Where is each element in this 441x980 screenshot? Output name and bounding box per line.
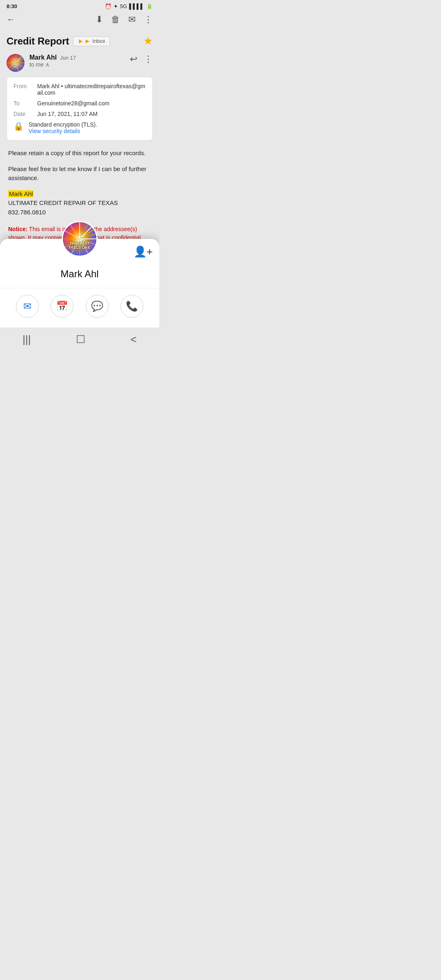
phone-action-circle: 📞 bbox=[120, 295, 143, 318]
body-paragraph-1: Please retain a copy of this report for … bbox=[8, 149, 151, 158]
sender-info: Mark Ahl Jun 17 to me ∧ bbox=[29, 54, 125, 68]
signal-icon: ▌▌▌▌ bbox=[129, 3, 144, 9]
svg-line-20 bbox=[69, 222, 80, 239]
email-action-circle: ✉ bbox=[16, 295, 39, 318]
star-button[interactable]: ★ bbox=[143, 35, 153, 47]
back-button[interactable]: ← bbox=[7, 14, 16, 25]
svg-line-19 bbox=[63, 230, 80, 239]
navigation-bar: ||| ☐ < bbox=[0, 327, 159, 354]
status-icons: ⏰ ✦ 5G ▌▌▌▌ 🔋 bbox=[105, 3, 153, 9]
bluetooth-icon: ✦ bbox=[114, 3, 118, 9]
sender-actions: ↩ ⋮ bbox=[130, 54, 153, 65]
to-value: Genuinetoine28@gmail.com bbox=[37, 100, 109, 107]
signature-block: Mark Ahl ULTIMATE CREDIT REPAIR OF TEXAS… bbox=[8, 189, 151, 217]
alarm-icon: ⏰ bbox=[105, 3, 111, 9]
calendar-action-circle: 📅 bbox=[51, 295, 74, 318]
email-subject: Credit Report bbox=[7, 36, 69, 47]
popup-phone-button[interactable]: 📞 bbox=[120, 295, 143, 318]
sender-name-row: Mark Ahl Jun 17 bbox=[29, 54, 125, 61]
reply-button[interactable]: ↩ bbox=[130, 54, 137, 65]
popup-contact-name: Mark Ahl bbox=[0, 268, 159, 288]
popup-actions: ✉ 📅 💬 📞 bbox=[0, 288, 159, 327]
status-time: 8:30 bbox=[7, 3, 17, 9]
email-details-card: From Mark Ahl • ultimatecreditrepairofte… bbox=[7, 77, 153, 140]
delete-button[interactable]: 🗑 bbox=[111, 14, 120, 25]
encryption-text: Standard encryption (TLS). bbox=[29, 121, 97, 128]
sender-avatar[interactable]: THAT FASTFEELS LIKE bbox=[7, 54, 24, 72]
popup-email-button[interactable]: ✉ bbox=[16, 295, 39, 318]
priority-icon: ►► bbox=[78, 38, 91, 45]
email-action-icon: ✉ bbox=[23, 301, 31, 312]
home-button[interactable]: ☐ bbox=[76, 333, 85, 346]
back-nav-button[interactable]: < bbox=[131, 333, 137, 346]
popup-avatar-bg bbox=[63, 222, 96, 256]
phone-action-icon: 📞 bbox=[126, 301, 138, 312]
sender-date: Jun 17 bbox=[60, 55, 76, 61]
toolbar-right: ⬇︎ 🗑 ✉ ⋮ bbox=[96, 14, 153, 25]
network-icon: 5G bbox=[120, 3, 127, 9]
from-value: Mark Ahl • ultimatecreditrepairoftexas@g… bbox=[37, 83, 146, 96]
more-options-button[interactable]: ⋮ bbox=[144, 14, 153, 25]
popup-chat-button[interactable]: 💬 bbox=[86, 295, 109, 318]
contact-popup: THAT FASTFEELS LIKE 👤+ Mark Ahl ✉ 📅 💬 📞 bbox=[0, 239, 159, 354]
add-contact-button[interactable]: 👤+ bbox=[134, 245, 153, 258]
to-label: to me bbox=[29, 61, 44, 68]
security-row: 🔒 Standard encryption (TLS). View securi… bbox=[13, 121, 146, 134]
svg-line-10 bbox=[80, 228, 96, 239]
expand-icon[interactable]: ∧ bbox=[45, 61, 49, 68]
date-row: Date Jun 17, 2021, 11:07 AM bbox=[13, 111, 146, 117]
to-detail-label: To bbox=[13, 100, 31, 107]
chat-action-circle: 💬 bbox=[86, 295, 109, 318]
company-name: ULTIMATE CREDIT REPAIR OF TEXAS bbox=[8, 199, 118, 206]
avatar-text: THAT FASTFEELS LIKE bbox=[11, 58, 20, 68]
lock-icon: 🔒 bbox=[13, 121, 24, 131]
sender-to: to me ∧ bbox=[29, 61, 125, 68]
battery-icon: 🔋 bbox=[146, 3, 153, 9]
recents-button[interactable]: ||| bbox=[22, 333, 31, 346]
phone-number: 832.786.0810 bbox=[8, 209, 46, 216]
mark-email-button[interactable]: ✉ bbox=[128, 14, 136, 25]
status-bar: 8:30 ⏰ ✦ 5G ▌▌▌▌ 🔋 bbox=[0, 0, 159, 11]
archive-button[interactable]: ⬇︎ bbox=[96, 14, 103, 25]
subject-row: Credit Report ►► Inbox ★ bbox=[7, 35, 153, 47]
toolbar-left: ← bbox=[7, 14, 16, 25]
highlighted-name: Mark Ahl bbox=[8, 190, 33, 197]
security-info: Standard encryption (TLS). View security… bbox=[29, 121, 97, 134]
from-label: From bbox=[13, 83, 31, 96]
from-row: From Mark Ahl • ultimatecreditrepairofte… bbox=[13, 83, 146, 96]
email-toolbar: ← ⬇︎ 🗑 ✉ ⋮ bbox=[0, 11, 159, 28]
inbox-badge: ►► Inbox bbox=[73, 36, 109, 46]
popup-calendar-button[interactable]: 📅 bbox=[51, 295, 74, 318]
popup-avatar-wrapper: THAT FASTFEELS LIKE bbox=[62, 221, 98, 257]
sender-name: Mark Ahl bbox=[29, 54, 57, 61]
notice-label: Notice: bbox=[8, 226, 27, 232]
popup-avatar-text: THAT FASTFEELS LIKE bbox=[69, 242, 90, 250]
calendar-action-icon: 📅 bbox=[56, 301, 68, 312]
date-label: Date bbox=[13, 111, 31, 117]
inbox-label: Inbox bbox=[92, 38, 105, 44]
date-value: Jun 17, 2021, 11:07 AM bbox=[37, 111, 98, 117]
sender-row: THAT FASTFEELS LIKE Mark Ahl Jun 17 to m… bbox=[7, 54, 153, 72]
to-row: To Genuinetoine28@gmail.com bbox=[13, 100, 146, 107]
popup-avatar[interactable]: THAT FASTFEELS LIKE bbox=[62, 221, 98, 257]
chat-action-icon: 💬 bbox=[91, 301, 103, 312]
email-more-button[interactable]: ⋮ bbox=[144, 54, 153, 65]
body-paragraph-2: Please feel free to let me know if I can… bbox=[8, 165, 151, 183]
security-link[interactable]: View security details bbox=[29, 128, 80, 134]
